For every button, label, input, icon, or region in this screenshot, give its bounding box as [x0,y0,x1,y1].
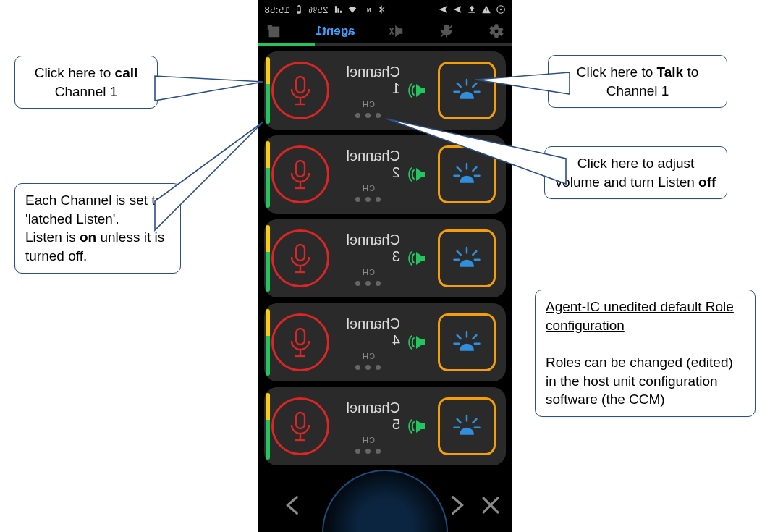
talk-button[interactable] [271,313,329,371]
svg-rect-49 [296,413,305,428]
svg-rect-17 [296,77,305,93]
svg-rect-4 [468,12,475,13]
volume-bar[interactable] [266,141,270,208]
mic-icon [288,326,313,358]
nav-prev-button[interactable] [444,493,468,520]
wifi-icon [347,4,358,14]
svg-marker-55 [386,119,566,184]
phone-frame: N 25% 15:58 agent1 Channel 1CHChannel 2C… [258,0,512,532]
channel-sublabel: CH [362,352,375,360]
bottom-nav [258,470,512,532]
header-accent [258,43,512,46]
channel-info: Channel 3CH [337,232,400,286]
talk-button[interactable] [271,397,329,455]
channel-sublabel: CH [362,268,375,276]
callout-note: Agent-IC unedited default Role configura… [535,290,756,417]
level-dots[interactable] [356,197,381,202]
call-light-icon [452,244,481,273]
volume-bar[interactable] [266,57,270,124]
talk-button[interactable] [271,145,329,203]
svg-line-29 [473,251,476,255]
svg-line-30 [457,251,461,255]
volume-bar[interactable] [266,309,270,376]
mic-icon [288,410,313,442]
callout-talk: Click here to Talk to Channel 1 [548,55,727,108]
call-button[interactable] [438,229,496,287]
pointer-call [140,76,263,122]
channel-row: Channel 3CH [264,219,506,297]
call-button[interactable] [438,397,496,455]
svg-line-38 [457,335,461,339]
svg-rect-2 [486,8,486,11]
battery-pct: 25% [308,4,329,15]
settings-icon[interactable] [488,23,504,39]
bluetooth-icon [376,4,386,14]
pointer-listen [140,122,263,240]
android-status-bar: N 25% 15:58 [258,0,512,19]
channel-name: Channel 4 [337,316,400,349]
svg-rect-7 [297,11,301,13]
callout-volume: Click here to adjust volume and turn Lis… [544,146,727,199]
listen-icon[interactable] [407,332,428,352]
pointer-talk [475,72,570,111]
talk-button[interactable] [271,229,329,287]
nav-close-button[interactable] [478,493,503,520]
listen-icon[interactable] [407,248,428,269]
signal-icon [333,4,343,14]
volume-bar[interactable] [266,225,270,292]
call-light-icon [452,412,481,441]
level-dots[interactable] [356,449,381,454]
svg-rect-33 [296,245,305,261]
listen-icon[interactable] [407,80,428,101]
nav-next-button[interactable] [282,493,306,520]
jog-dial[interactable] [322,470,448,532]
level-dots[interactable] [356,281,381,286]
channel-row: Channel 1CH [264,51,506,130]
callout-call: Click here to call Channel 1 [14,56,158,109]
svg-line-37 [473,335,476,339]
svg-line-46 [457,419,461,423]
pointer-volume [385,119,566,194]
channel-info: Channel 1CH [337,64,400,118]
level-dots[interactable] [356,113,381,118]
nfc-icon: N [362,4,372,14]
volume-bar[interactable] [266,393,270,460]
mic-icon [288,75,313,106]
app-tray-icon [496,4,506,14]
svg-marker-52 [155,76,263,101]
expand-icon[interactable] [266,23,282,39]
talk-button[interactable] [271,62,329,119]
call-light-icon [452,328,481,357]
call-button[interactable] [438,313,496,371]
svg-rect-41 [296,329,305,345]
send2-icon [438,4,448,14]
channel-name: Channel 3 [337,232,400,265]
mic-icon [288,159,313,190]
svg-marker-53 [155,122,263,230]
svg-rect-25 [296,161,305,177]
mic-mute-icon[interactable] [439,23,454,39]
svg-rect-3 [486,12,486,12]
svg-point-9 [494,29,499,33]
channel-sublabel: CH [362,184,375,193]
channel-info: Channel 4CH [337,316,400,370]
svg-rect-8 [298,5,300,6]
app-title: agent1 [316,24,355,38]
channel-list: Channel 1CHChannel 2CHChannel 3CHChannel… [258,46,512,465]
svg-point-1 [500,9,502,10]
channel-info: Channel 5CH [337,400,400,454]
speaker-mute-icon[interactable] [389,23,405,39]
svg-text:N: N [366,7,371,14]
channel-sublabel: CH [362,100,375,109]
level-dots[interactable] [356,365,381,370]
send-icon [452,4,462,14]
listen-icon[interactable] [407,416,428,436]
warning-icon [481,4,491,14]
clock: 15:58 [264,4,289,15]
upload-icon [467,4,477,14]
svg-marker-54 [475,72,570,94]
channel-row: Channel 5CH [264,387,506,465]
channel-row: Channel 4CH [264,303,506,381]
svg-line-45 [473,419,476,423]
battery-icon [294,4,304,14]
